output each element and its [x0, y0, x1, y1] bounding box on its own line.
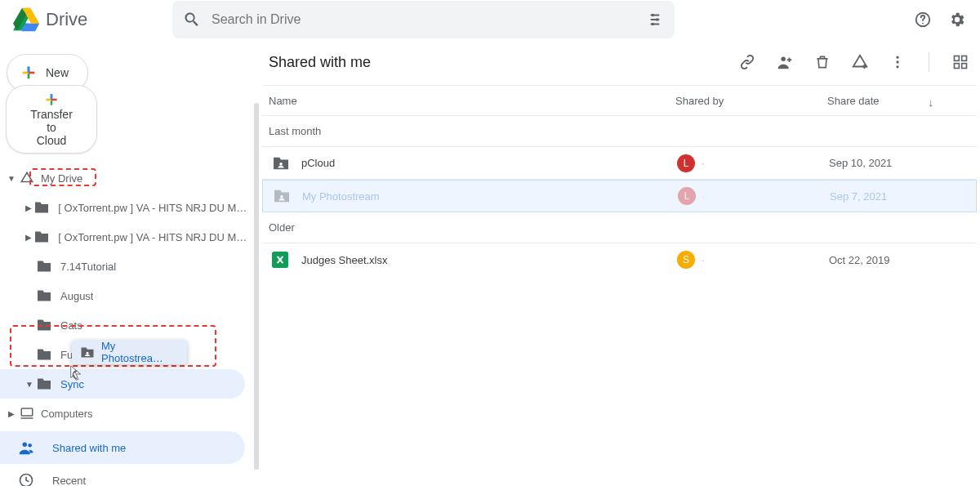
help-icon[interactable]: [913, 10, 933, 29]
caret-right-icon: ▶: [23, 203, 33, 212]
folder-icon: [33, 230, 50, 243]
search-options-icon[interactable]: [645, 10, 665, 29]
caret-right-icon: ▶: [5, 409, 18, 418]
folder-item[interactable]: August: [0, 281, 253, 310]
person-add-icon[interactable]: [775, 52, 795, 72]
svg-point-24: [279, 163, 283, 166]
column-shared-by[interactable]: Shared by: [675, 95, 827, 107]
section-header: Last month: [262, 116, 977, 147]
nav-computers[interactable]: ▶Computers: [0, 399, 253, 428]
nav-shared-with-me[interactable]: Shared with me: [0, 431, 245, 464]
file-row[interactable]: pCloud L· Sep 10, 2021: [262, 147, 977, 180]
page-title: Shared with me: [269, 54, 371, 71]
shared-folder-icon: [80, 346, 95, 359]
avatar: L: [677, 154, 695, 172]
svg-rect-21: [962, 56, 967, 61]
svg-point-8: [922, 23, 924, 25]
people-icon: [18, 439, 36, 457]
add-to-drive-icon[interactable]: [850, 52, 870, 72]
my-drive-icon: [20, 171, 34, 185]
drag-cursor-icon: [68, 364, 86, 382]
column-share-date[interactable]: Share date↓: [827, 95, 909, 107]
shared-folder-icon: [272, 156, 290, 171]
nav-recent[interactable]: Recent: [0, 464, 253, 486]
folder-item[interactable]: ▶[ OxTorrent.pw ] VA - HITS NRJ DU MOMEN…: [0, 193, 253, 222]
caret-right-icon: ▶: [23, 233, 33, 242]
computers-icon: [20, 406, 34, 421]
svg-point-14: [87, 351, 89, 354]
folder-item[interactable]: 7.14Tutorial: [0, 252, 253, 281]
folder-icon: [36, 319, 52, 332]
shared-folder-icon: [273, 189, 291, 203]
grid-view-icon[interactable]: [951, 52, 970, 72]
caret-down-icon: ▼: [23, 380, 36, 389]
svg-point-18: [896, 60, 898, 63]
svg-point-6: [651, 23, 654, 26]
svg-rect-10: [21, 408, 33, 416]
folder-icon: [33, 201, 50, 214]
plus-icon: [20, 64, 38, 82]
svg-point-5: [656, 18, 659, 21]
svg-rect-22: [955, 64, 960, 69]
svg-marker-9: [21, 172, 33, 181]
search-icon: [182, 10, 202, 29]
drag-chip: My Photostrea…: [72, 340, 187, 364]
clock-icon: [18, 472, 36, 486]
svg-point-4: [651, 14, 654, 17]
folder-icon: [36, 289, 52, 302]
svg-rect-20: [955, 56, 960, 61]
avatar: S: [677, 251, 695, 269]
folder-item-sync[interactable]: ▼Sync: [0, 369, 245, 399]
svg-point-17: [896, 56, 898, 59]
search-input[interactable]: [212, 12, 645, 27]
folder-item[interactable]: ▶[ OxTorrent.pw ] VA - HITS NRJ DU MOMEN…: [0, 222, 253, 252]
file-row[interactable]: Judges Sheet.xlsx S· Oct 22, 2019: [262, 243, 977, 276]
link-icon[interactable]: [737, 52, 757, 72]
xlsx-icon: [272, 252, 290, 268]
svg-point-25: [280, 195, 283, 198]
folder-icon: [36, 348, 52, 361]
svg-point-11: [23, 443, 28, 448]
plus-icon: [43, 91, 60, 108]
svg-point-15: [781, 57, 786, 62]
folder-item[interactable]: Cats: [0, 310, 253, 340]
search-bar[interactable]: [172, 1, 675, 38]
section-header: Older: [262, 212, 977, 243]
file-row-dragging[interactable]: My Photostream L· Sep 7, 2021: [262, 180, 977, 212]
arrow-down-icon: ↓: [929, 96, 934, 109]
drive-logo-icon: [13, 7, 39, 33]
transfer-cloud-button[interactable]: Transfer to Cloud: [6, 85, 97, 154]
svg-rect-23: [962, 64, 967, 69]
folder-icon: [36, 260, 52, 273]
settings-icon[interactable]: [947, 10, 967, 29]
nav-my-drive[interactable]: ▼ My Drive: [0, 163, 253, 193]
trash-icon[interactable]: [813, 52, 832, 72]
app-title: Drive: [46, 9, 87, 30]
svg-point-12: [28, 444, 32, 448]
folder-icon: [36, 377, 52, 390]
more-icon[interactable]: [888, 52, 907, 72]
caret-down-icon: ▼: [5, 174, 18, 183]
svg-point-19: [896, 65, 898, 68]
column-name[interactable]: Name: [269, 95, 675, 107]
avatar: L: [678, 187, 696, 205]
